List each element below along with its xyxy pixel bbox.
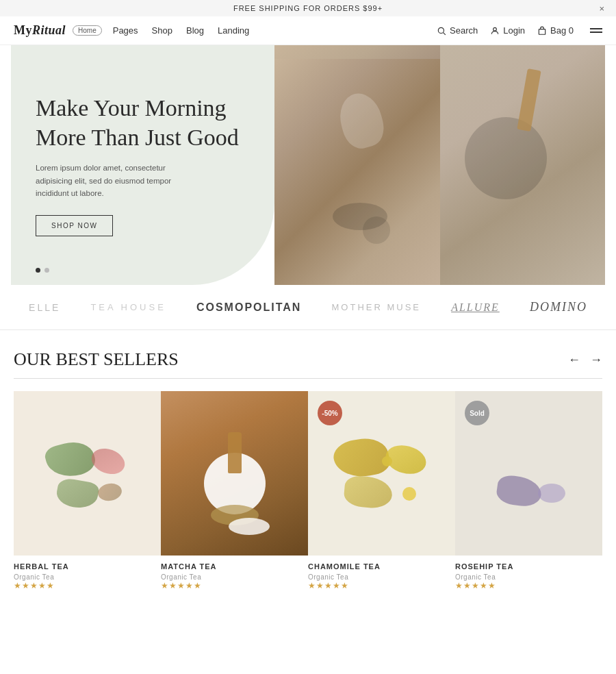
nav-shop[interactable]: Shop xyxy=(152,25,172,36)
brand-mothermuse: MOTHER MUSE xyxy=(332,302,422,312)
brand-domino: domino xyxy=(530,300,587,314)
product-chamomile-tea[interactable]: -50% CHAMOMILE TEA Organic Tea ★★★★★ xyxy=(308,391,455,594)
logo: MyRitual xyxy=(14,23,66,38)
sale-badge: -50% xyxy=(318,401,342,425)
brands-section: ELLE TEA HOUSE COSMOPOLITAN MOTHER MUSE … xyxy=(0,285,616,330)
banner-close[interactable]: × xyxy=(599,3,605,14)
herbal-tea-category: Organic Tea xyxy=(14,573,161,581)
matcha-tea-category: Organic Tea xyxy=(161,573,308,581)
svg-point-2 xyxy=(493,27,497,31)
svg-rect-3 xyxy=(539,29,545,34)
rosehip-tea-category: Organic Tea xyxy=(455,573,602,581)
sold-badge: Sold xyxy=(465,401,489,425)
hero-section: Make Your Morning More Than Just Good Lo… xyxy=(11,45,605,285)
bag-action[interactable]: Bag 0 xyxy=(537,25,574,36)
nav-blog[interactable]: Blog xyxy=(186,25,204,36)
dot-2[interactable] xyxy=(44,268,49,273)
dot-1[interactable] xyxy=(36,268,40,273)
matcha-tea-name: MATCHA TEA xyxy=(161,562,308,571)
herbal-tea-info: HERBAL TEA Organic Tea ★★★★★ xyxy=(14,556,161,594)
top-banner: FREE SHIPPING FOR ORDERS $99+ × xyxy=(0,0,616,16)
menu-line-1 xyxy=(590,28,602,29)
herbal-tea-image xyxy=(14,391,161,556)
svg-point-0 xyxy=(438,27,444,33)
product-herbal-tea[interactable]: HERBAL TEA Organic Tea ★★★★★ xyxy=(14,391,161,594)
chamomile-tea-category: Organic Tea xyxy=(308,573,455,581)
brand-teahouse: TEA HOUSE xyxy=(90,302,166,312)
matcha-tea-image xyxy=(161,391,308,556)
header-actions: Search Login Bag 0 xyxy=(437,25,602,36)
nav-pages[interactable]: Pages xyxy=(113,25,138,36)
brand-elle: ELLE xyxy=(29,302,60,313)
best-sellers-section: OUR BEST SELLERS ← → HERBAL TEA xyxy=(0,330,616,605)
svg-line-1 xyxy=(444,32,446,34)
rosehip-tea-info: ROSEHIP TEA Organic Tea ★★★★★ xyxy=(455,556,602,594)
banner-text: FREE SHIPPING FOR ORDERS $99+ xyxy=(233,4,383,12)
chamomile-tea-stars: ★★★★★ xyxy=(308,581,455,591)
next-arrow[interactable]: → xyxy=(590,353,602,367)
nav-arrows: ← → xyxy=(568,353,602,367)
chamomile-tea-name: CHAMOMILE TEA xyxy=(308,562,455,571)
rosehip-tea-name: ROSEHIP TEA xyxy=(455,562,602,571)
herbal-tea-stars: ★★★★★ xyxy=(14,581,161,591)
search-icon xyxy=(437,26,446,36)
section-header: OUR BEST SELLERS ← → xyxy=(14,349,602,370)
bag-label: Bag 0 xyxy=(550,25,574,36)
hero-image-2 xyxy=(440,45,606,285)
bag-icon xyxy=(537,26,547,36)
shop-now-button[interactable]: SHOP NOW xyxy=(36,215,113,236)
brand-allure: ALLURE xyxy=(451,301,500,314)
login-label: Login xyxy=(503,25,525,36)
menu-line-2 xyxy=(590,32,602,33)
herbal-tea-name: HERBAL TEA xyxy=(14,562,161,571)
products-grid: HERBAL TEA Organic Tea ★★★★★ MATCHA TEA … xyxy=(14,391,602,594)
brand-cosmopolitan: COSMOPOLITAN xyxy=(196,301,301,314)
home-badge[interactable]: Home xyxy=(73,25,102,36)
section-title: OUR BEST SELLERS xyxy=(14,349,179,370)
section-divider xyxy=(14,378,602,379)
rosehip-tea-stars: ★★★★★ xyxy=(455,581,602,591)
logo-ritual: Ritual xyxy=(32,23,66,37)
hero-image-1 xyxy=(274,45,440,285)
menu-button[interactable] xyxy=(590,28,602,33)
hero-content: Make Your Morning More Than Just Good Lo… xyxy=(11,45,274,285)
nav-landing[interactable]: Landing xyxy=(218,25,249,36)
hero-dots xyxy=(36,268,49,273)
search-action[interactable]: Search xyxy=(437,25,478,36)
search-label: Search xyxy=(450,25,478,36)
matcha-tea-stars: ★★★★★ xyxy=(161,581,308,591)
header: MyRitual Home Pages Shop Blog Landing Se… xyxy=(0,16,616,45)
matcha-tea-info: MATCHA TEA Organic Tea ★★★★★ xyxy=(161,556,308,594)
user-icon xyxy=(490,26,500,36)
chamomile-tea-info: CHAMOMILE TEA Organic Tea ★★★★★ xyxy=(308,556,455,594)
login-action[interactable]: Login xyxy=(490,25,525,36)
product-matcha-tea[interactable]: MATCHA TEA Organic Tea ★★★★★ xyxy=(161,391,308,594)
product-rosehip-tea[interactable]: Sold ROSEHIP TEA Organic Tea ★★★★★ xyxy=(455,391,602,594)
hero-title: Make Your Morning More Than Just Good xyxy=(36,94,250,152)
prev-arrow[interactable]: ← xyxy=(568,353,580,367)
hero-description: Lorem ipsum dolor amet, consectetur adip… xyxy=(36,162,186,199)
main-nav: Pages Shop Blog Landing xyxy=(113,25,437,36)
